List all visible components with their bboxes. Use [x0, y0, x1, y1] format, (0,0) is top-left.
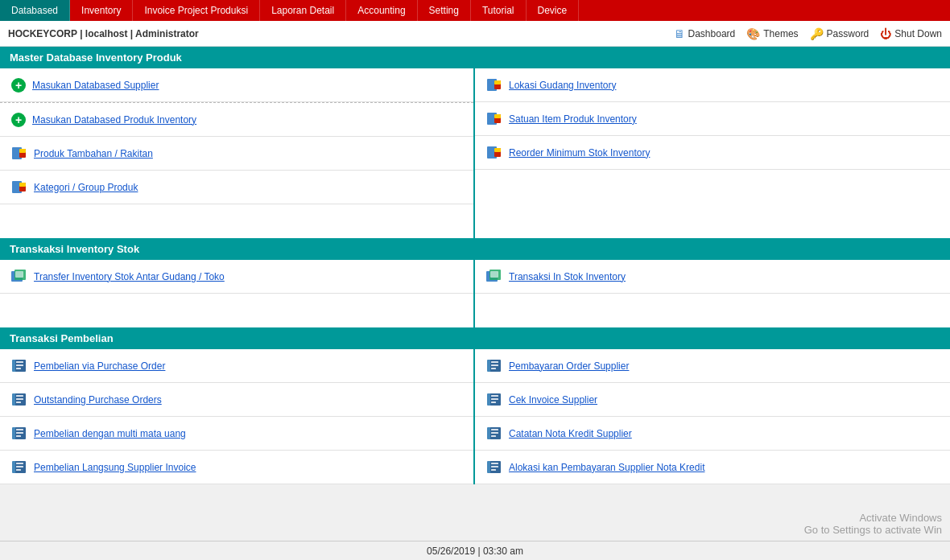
svg-rect-44	[491, 364, 498, 366]
nav-tutorial[interactable]: Tutorial	[471, 0, 527, 21]
nav-accounting[interactable]: Accounting	[346, 0, 417, 21]
themes-label: Themes	[763, 28, 798, 39]
masukan-databased-produk-label: Masukan Databased Produk Inventory	[32, 114, 196, 126]
satuan-item-label: Satuan Item Produk Inventory	[509, 113, 637, 125]
svg-rect-14	[494, 148, 501, 152]
list-item[interactable]: Kategori / Group Produk	[0, 171, 473, 204]
pem-icon-l3	[11, 426, 27, 441]
lokasi-gudang-label: Lokasi Gudang Inventory	[509, 80, 616, 91]
svg-rect-54	[491, 432, 498, 434]
inv-icon-l1	[11, 270, 27, 284]
section-header-master: Master Database Inventory Produk	[0, 47, 950, 68]
themes-icon: 🎨	[746, 27, 760, 40]
list-item[interactable]: Alokasi kan Pembayaran Supplier Nota Kre…	[475, 451, 950, 484]
pem-icon-l4	[11, 460, 27, 475]
list-item[interactable]: Reorder Minimum Stok Inventory	[475, 136, 950, 170]
pem-icon-r4	[486, 460, 502, 475]
svg-rect-38	[16, 463, 23, 464]
svg-rect-8	[494, 80, 501, 84]
kategori-group-label: Kategori / Group Produk	[34, 182, 138, 193]
nav-databased[interactable]: Databased	[0, 0, 70, 21]
password-button[interactable]: 🔑 Password	[810, 27, 869, 40]
svg-rect-48	[491, 395, 498, 397]
svg-rect-53	[491, 429, 498, 430]
password-label: Password	[827, 28, 869, 39]
themes-button[interactable]: 🎨 Themes	[746, 27, 798, 40]
svg-rect-28	[16, 395, 23, 397]
list-item[interactable]: Satuan Item Produk Inventory	[475, 102, 950, 136]
list-item[interactable]: Transaksi In Stok Inventory	[475, 260, 950, 294]
svg-rect-11	[494, 114, 501, 118]
svg-rect-34	[16, 432, 23, 434]
pembelian-multi-label: Pembelian dengan multi mata uang	[34, 428, 186, 439]
svg-rect-58	[491, 463, 498, 464]
produk-tambahan-label: Produk Tambahan / Rakitan	[34, 148, 153, 159]
nav-laporan-detail[interactable]: Laporan Detail	[260, 0, 346, 21]
list-item[interactable]: Transfer Inventory Stok Antar Gudang / T…	[0, 260, 473, 294]
pembelian-langsung-label: Pembelian Langsung Supplier Invoice	[34, 462, 196, 473]
doc-icon-r1	[486, 78, 502, 93]
catatan-nota-label: Catatan Nota Kredit Supplier	[509, 428, 632, 439]
svg-rect-24	[16, 364, 23, 366]
pem-icon-r2	[486, 393, 502, 407]
shutdown-button[interactable]: ⏻ Shut Down	[880, 27, 942, 40]
masukan-databased-supplier-link[interactable]: Masukan Databased Supplier	[32, 80, 159, 91]
password-icon: 🔑	[810, 27, 824, 40]
pembelian-left-col: Pembelian via Purchase Order Outstanding…	[0, 349, 475, 484]
green-plus-icon-2: +	[11, 113, 26, 127]
nav-setting[interactable]: Setting	[418, 0, 471, 21]
master-right-col: Lokasi Gudang Inventory Satuan Item Prod…	[475, 68, 950, 238]
nav-invoice-project[interactable]: Invoice Project Produksi	[133, 0, 260, 21]
list-item[interactable]: Lokasi Gudang Inventory	[475, 68, 950, 102]
nav-inventory[interactable]: Inventory	[70, 0, 133, 21]
list-item[interactable]: + Masukan Databased Supplier	[0, 68, 473, 102]
svg-rect-49	[491, 398, 498, 400]
pembayaran-order-label: Pembayaran Order Supplier	[509, 360, 629, 372]
shutdown-label: Shut Down	[894, 28, 942, 39]
transfer-inventory-label: Transfer Inventory Stok Antar Gudang / T…	[34, 271, 225, 282]
svg-rect-50	[491, 401, 496, 403]
section-grid-inventory: Transfer Inventory Stok Antar Gudang / T…	[0, 260, 950, 327]
inventory-left-col: Transfer Inventory Stok Antar Gudang / T…	[0, 260, 475, 327]
header-bar: HOCKEYCORP | localhost | Administrator 🖥…	[0, 21, 950, 47]
list-item[interactable]: Pembelian via Purchase Order	[0, 349, 473, 383]
svg-rect-35	[16, 435, 21, 437]
nav-device[interactable]: Device	[527, 0, 580, 21]
main-content: Master Database Inventory Produk + Masuk…	[0, 47, 950, 541]
brand-label: HOCKEYCORP | localhost | Administrator	[8, 28, 199, 39]
list-item[interactable]: Outstanding Purchase Orders	[0, 383, 473, 417]
svg-rect-17	[15, 271, 23, 278]
dashboard-button[interactable]: 🖥 Dashboard	[674, 27, 736, 40]
list-item[interactable]: Produk Tambahan / Rakitan	[0, 137, 473, 171]
svg-rect-2	[19, 149, 26, 153]
section-header-pembelian: Transaksi Pembelian	[0, 327, 950, 349]
list-item[interactable]: + Masukan Databased Produk Inventory	[0, 103, 473, 137]
list-item[interactable]: Catatan Nota Kredit Supplier	[475, 417, 950, 451]
svg-rect-39	[16, 466, 23, 467]
section-grid-pembelian: Pembelian via Purchase Order Outstanding…	[0, 349, 950, 484]
svg-rect-5	[19, 183, 26, 187]
list-item[interactable]: Cek Invoice Supplier	[475, 383, 950, 417]
pembelian-po-label: Pembelian via Purchase Order	[34, 360, 165, 372]
svg-rect-60	[491, 469, 496, 471]
svg-rect-23	[16, 361, 23, 363]
pem-icon-r1	[486, 359, 502, 373]
dashboard-icon: 🖥	[674, 27, 685, 40]
svg-rect-25	[16, 368, 21, 369]
svg-rect-29	[16, 398, 23, 400]
doc-icon-4	[11, 180, 27, 195]
datetime-label: 05/26/2019 | 03:30 am	[427, 546, 523, 557]
list-item[interactable]: Pembelian dengan multi mata uang	[0, 417, 473, 451]
pem-icon-r3	[486, 426, 502, 441]
svg-rect-33	[16, 429, 23, 430]
header-actions: 🖥 Dashboard 🎨 Themes 🔑 Password ⏻ Shut D…	[674, 27, 942, 40]
svg-rect-43	[491, 361, 498, 363]
list-item[interactable]: Pembelian Langsung Supplier Invoice	[0, 451, 473, 484]
list-item[interactable]: Pembayaran Order Supplier	[475, 349, 950, 383]
doc-icon-r2	[486, 112, 502, 126]
section-header-inventory: Transkaksi Inventory Stok	[0, 238, 950, 260]
dashboard-label: Dashboard	[688, 28, 736, 39]
shutdown-icon: ⏻	[880, 27, 891, 40]
top-nav: Databased Inventory Invoice Project Prod…	[0, 0, 950, 21]
inv-icon-r1	[486, 270, 502, 284]
